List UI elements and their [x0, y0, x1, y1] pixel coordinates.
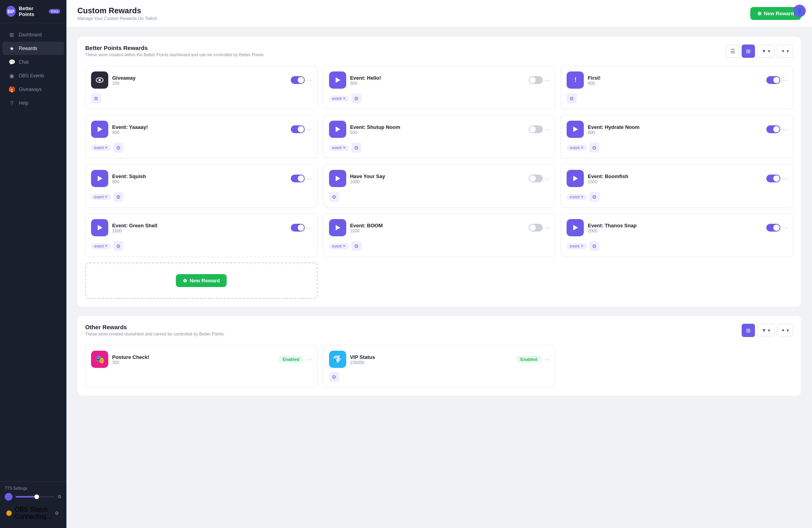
filter-btn[interactable]: ▼ ▾	[757, 45, 774, 58]
sidebar-item-help[interactable]: ? Help	[2, 96, 64, 110]
reward-toggle[interactable]	[529, 76, 543, 84]
tag-remove[interactable]: ✕	[343, 244, 346, 248]
reward-settings-icon[interactable]: ⚙	[113, 241, 123, 251]
reward-toggle[interactable]	[529, 125, 543, 133]
more-options-btn[interactable]: ···	[307, 126, 312, 132]
reward-info: Event: BOOM 1500	[350, 223, 525, 233]
tag-remove[interactable]: ✕	[581, 244, 584, 248]
reward-card-top: Event: Squish 800 ···	[91, 170, 312, 187]
reward-toggle[interactable]	[766, 175, 780, 182]
reward-settings-icon[interactable]: ⚙	[351, 93, 361, 103]
svg-marker-7	[98, 176, 102, 181]
tag-remove[interactable]: ✕	[105, 146, 108, 150]
reward-settings-icon[interactable]: ⚙	[589, 192, 599, 202]
other-reward-settings-icon[interactable]: ⚙	[329, 372, 339, 382]
more-options-btn[interactable]: ···	[783, 77, 787, 83]
reward-actions: ···	[291, 224, 312, 232]
more-options-btn[interactable]: ···	[307, 175, 312, 182]
more-options-btn[interactable]: ···	[545, 77, 550, 83]
toggle-thumb	[773, 126, 780, 132]
toggle-thumb	[773, 77, 780, 83]
reward-tag: event ✕	[567, 243, 587, 249]
reward-toggle[interactable]	[766, 76, 780, 84]
tts-avatar	[5, 493, 13, 501]
more-options-btn[interactable]: ···	[783, 225, 787, 231]
reward-settings-icon[interactable]: ⚙	[567, 93, 577, 103]
reward-tag: event ✕	[567, 145, 587, 151]
obs-gear-icon[interactable]: ⚙	[55, 510, 59, 516]
chat-icon: 💬	[9, 59, 15, 65]
svg-marker-9	[573, 176, 578, 181]
more-options-btn[interactable]: ···	[545, 225, 550, 231]
reward-toggle[interactable]	[291, 76, 305, 84]
reward-settings-icon[interactable]: ⚙	[91, 93, 101, 103]
reward-settings-icon[interactable]: ⚙	[351, 241, 361, 251]
reward-card-top: ! First! 400 ···	[567, 71, 787, 89]
reward-icon	[91, 219, 108, 236]
help-icon: ?	[9, 100, 15, 106]
other-rewards-section: Other Rewards These were created elsewhe…	[77, 316, 801, 396]
toggle-thumb	[529, 225, 536, 231]
tag-remove[interactable]: ✕	[581, 195, 584, 199]
user-avatar[interactable]: 👤	[793, 5, 806, 17]
topbar: Custom Rewards Manage Your Custom Reward…	[66, 0, 812, 27]
more-options-btn[interactable]: ···	[783, 175, 787, 182]
reward-toggle[interactable]	[529, 224, 543, 232]
reward-toggle[interactable]	[766, 224, 780, 232]
tag-remove[interactable]: ✕	[105, 244, 108, 248]
tag-remove[interactable]: ✕	[105, 195, 108, 199]
tag-remove[interactable]: ✕	[343, 96, 346, 100]
reward-card-top: Event: Yaaaay! 500 ···	[91, 121, 312, 138]
more-options-btn[interactable]: ···	[545, 126, 550, 132]
sidebar-label-rewards: Rewards	[19, 46, 37, 51]
other-reward-icon: 🎭	[91, 351, 108, 368]
other-filter-btn[interactable]: ▼ ▾	[757, 324, 774, 337]
other-more-options-btn[interactable]: ···	[307, 356, 312, 362]
page-header: Custom Rewards Manage Your Custom Reward…	[77, 6, 157, 21]
sort-btn[interactable]: ✦ ▾	[777, 45, 793, 58]
reward-card-top: Have Your Say 1000 ···	[329, 170, 550, 187]
sidebar-item-chat[interactable]: 💬 Chat	[2, 55, 64, 69]
reward-settings-icon[interactable]: ⚙	[113, 192, 123, 202]
sidebar: BP Better Points Beta ⊞ Dashboard ★ Rewa…	[0, 0, 66, 528]
reward-settings-icon[interactable]: ⚙	[589, 241, 599, 251]
view-grid-btn[interactable]: ⊞	[742, 45, 755, 58]
tts-slider[interactable]	[16, 496, 54, 498]
more-options-btn[interactable]: ···	[783, 126, 787, 132]
reward-settings-icon[interactable]: ⚙	[329, 192, 339, 202]
more-options-btn[interactable]: ···	[545, 175, 550, 182]
reward-toggle[interactable]	[291, 175, 305, 182]
toggle-thumb	[773, 225, 780, 231]
tts-gear-icon[interactable]: ⚙	[57, 494, 62, 499]
sidebar-item-rewards[interactable]: ★ Rewards	[2, 42, 64, 55]
reward-toggle[interactable]	[766, 125, 780, 133]
toggle-thumb	[773, 175, 780, 182]
reward-actions: ···	[529, 125, 550, 133]
reward-toggle[interactable]	[529, 175, 543, 182]
view-list-btn[interactable]: ☰	[726, 45, 739, 58]
other-view-grid-btn[interactable]: ⊞	[742, 324, 755, 337]
reward-tags: event ✕ ⚙	[329, 143, 550, 153]
sidebar-item-obs-events[interactable]: ◉ OBS Events	[2, 69, 64, 82]
more-options-btn[interactable]: ···	[307, 77, 312, 83]
sidebar-item-giveaways[interactable]: 🎁 Giveaways	[2, 83, 64, 96]
reward-settings-icon[interactable]: ⚙	[113, 143, 123, 153]
other-section-desc: These were created elsewhere and cannot …	[85, 332, 224, 336]
reward-card-8: Have Your Say 1000 ··· ⚙	[323, 164, 556, 208]
reward-name: Event: Hydrate Noom	[588, 124, 762, 130]
sidebar-item-dashboard[interactable]: ⊞ Dashboard	[2, 28, 64, 41]
reward-info: Giveaway 100	[112, 75, 287, 86]
reward-toggle[interactable]	[291, 125, 305, 133]
reward-settings-icon[interactable]: ⚙	[589, 143, 599, 153]
plus-icon: ⊕	[757, 11, 762, 16]
other-more-options-btn[interactable]: ···	[545, 356, 550, 362]
reward-cost: 1500	[350, 228, 525, 233]
reward-toggle[interactable]	[291, 224, 305, 232]
more-options-btn[interactable]: ···	[307, 225, 312, 231]
tag-remove[interactable]: ✕	[343, 146, 346, 150]
tag-remove[interactable]: ✕	[581, 146, 584, 150]
other-sort-btn[interactable]: ✦ ▾	[777, 324, 793, 337]
new-reward-inline-button[interactable]: ⊕ New Reward	[176, 274, 227, 287]
toggle-thumb	[298, 225, 304, 231]
reward-settings-icon[interactable]: ⚙	[351, 143, 361, 153]
